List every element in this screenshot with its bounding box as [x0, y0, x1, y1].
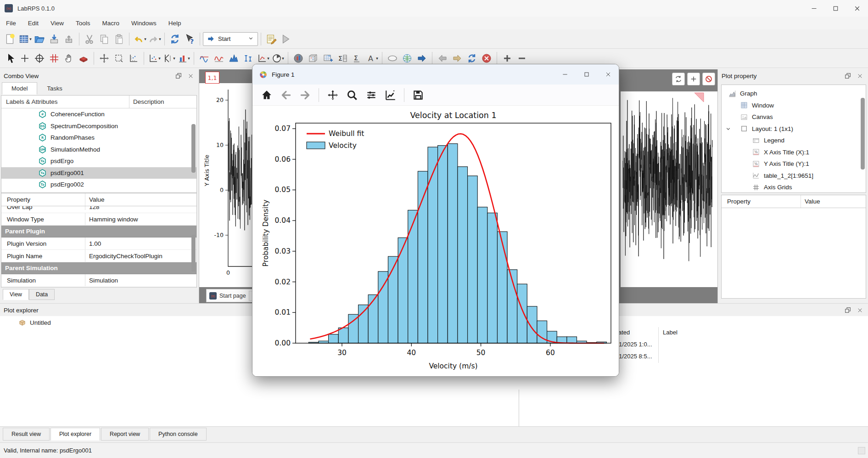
cut-button[interactable] — [82, 31, 97, 47]
fig-back-button[interactable] — [278, 87, 293, 102]
figure-window[interactable]: Figure 1 0.000.010.020.030.040.050.060.0… — [252, 64, 619, 377]
property-value[interactable]: Hamming window — [85, 213, 196, 225]
maximize-button[interactable] — [576, 64, 597, 85]
home-button[interactable] — [259, 87, 274, 102]
tree-item-psdErgo002[interactable]: TapsdErgo002 — [1, 179, 196, 191]
close-dock-button[interactable] — [186, 71, 195, 80]
plot-property-item-axis-grids[interactable]: Axis Grids — [722, 181, 866, 193]
figure-canvas[interactable]: 0.000.010.020.030.040.050.060.0730405060… — [252, 106, 619, 377]
macro-edit-button[interactable] — [264, 31, 279, 47]
plot-axis-button[interactable]: ▾ — [147, 51, 162, 66]
paste-button[interactable] — [112, 31, 126, 47]
property-row[interactable]: Plugin NameErgodicityCheckToolPlugin — [1, 250, 196, 262]
zoom-mag-button[interactable] — [344, 87, 359, 102]
tab-view[interactable]: View — [3, 289, 29, 300]
plot-wave-button[interactable] — [197, 51, 212, 66]
menu-file[interactable]: File — [0, 17, 22, 29]
menu-help[interactable]: Help — [162, 17, 187, 29]
minimize-button[interactable] — [554, 64, 576, 85]
no-entry-button[interactable] — [702, 73, 715, 85]
hand-button[interactable] — [62, 51, 76, 66]
close-dock-button[interactable] — [855, 305, 864, 315]
print-button[interactable] — [62, 31, 76, 47]
tree-scrollbar[interactable] — [191, 124, 196, 173]
property-group-parent-plugin[interactable]: Parent Plugin — [1, 226, 196, 237]
bottom-tab-result-view[interactable]: Result view — [3, 428, 50, 441]
property-row[interactable]: Plugin Version1.00 — [1, 237, 196, 250]
property-value[interactable]: Simulation — [85, 274, 196, 286]
plus-button[interactable] — [17, 51, 32, 66]
menu-windows[interactable]: Windows — [125, 17, 162, 29]
plot-property-item-layout-1-1x1-[interactable]: Layout: 1 (1x1) — [722, 123, 866, 135]
property-row[interactable]: Over Lap128 — [1, 206, 196, 213]
minimize-button[interactable] — [803, 0, 825, 17]
resize-grip[interactable] — [858, 447, 865, 454]
property-table-scrollbar[interactable] — [191, 235, 196, 271]
move4-button[interactable] — [97, 51, 112, 66]
whatsthis-button[interactable]: ? — [182, 31, 197, 47]
save2-button[interactable] — [410, 87, 426, 102]
cursor-button[interactable] — [3, 51, 17, 66]
close-button[interactable] — [846, 0, 868, 17]
maximize-button[interactable] — [825, 0, 846, 17]
tab-model[interactable]: Model — [2, 82, 37, 95]
sync-button[interactable] — [672, 73, 685, 85]
box3d-button[interactable] — [76, 51, 91, 66]
background-plot-left[interactable]: 20100-100Y Axis Title — [199, 83, 252, 287]
property-value[interactable]: 1.00 — [85, 237, 196, 249]
copy-button[interactable] — [97, 31, 112, 47]
sliders-button[interactable] — [364, 87, 379, 102]
figure-titlebar[interactable]: Figure 1 — [252, 64, 619, 85]
axes-cross-button[interactable] — [47, 51, 62, 66]
plot-property-item-window[interactable]: Window — [722, 100, 866, 112]
menu-macro[interactable]: Macro — [96, 17, 126, 29]
tree-item-RandomPhases[interactable]: RRandomPhases — [1, 132, 196, 144]
plot-errbar-button[interactable] — [241, 51, 256, 66]
tree-item-psdErgo001[interactable]: TapsdErgo001 — [1, 167, 196, 179]
plot-property-item-graph[interactable]: Graph — [722, 88, 866, 100]
property-row[interactable]: Window TypeHamming window — [1, 213, 196, 226]
fig-fwd-button[interactable] — [297, 87, 313, 102]
start-page-tab[interactable]: (π) Start page — [206, 289, 259, 302]
close-button[interactable] — [597, 64, 619, 85]
menu-edit[interactable]: Edit — [22, 17, 45, 29]
chart-corner-button[interactable] — [126, 51, 141, 66]
tree-item-CoherenceFunction[interactable]: #CoherenceFunction — [1, 108, 196, 120]
plot-property-scrollbar[interactable] — [861, 98, 865, 170]
property-row[interactable]: SimulationSimulation — [1, 274, 196, 287]
plot-property-item-canvas[interactable]: Canvas — [722, 111, 866, 123]
plot-peaks-button[interactable] — [226, 51, 241, 66]
property-value[interactable]: 128 — [85, 206, 196, 210]
table-grid-button[interactable]: ▾ — [17, 31, 32, 47]
property-group-parent-simulation[interactable]: Parent Simulation — [1, 262, 196, 274]
plot-property-item-table-1-2-1-9651-[interactable]: table_1_2[1:9651] — [722, 170, 866, 182]
circle-cross-button[interactable] — [32, 51, 47, 66]
refresh-button[interactable] — [168, 31, 182, 47]
plot-k-button[interactable]: ▾ — [162, 51, 176, 66]
plus-btn-button[interactable] — [687, 73, 700, 85]
plot-property-item-x-axis-title-x-1[interactable]: ½X Axis Title (X):1 — [722, 147, 866, 158]
plot-property-item-y-axis-title-y-1[interactable]: ½Y Axis Title (Y):1 — [722, 158, 866, 170]
float-dock-button[interactable] — [174, 71, 183, 80]
tree-item-psdErgo[interactable]: TapsdErgo — [1, 155, 196, 167]
plot-bars-button[interactable]: ▾ — [176, 51, 191, 66]
chevron-down-icon[interactable] — [725, 126, 731, 132]
close-dock-button[interactable] — [855, 71, 864, 80]
background-plot-right[interactable] — [621, 91, 717, 287]
undo-button[interactable]: ▾ — [132, 31, 147, 47]
file-new-button[interactable] — [3, 31, 17, 47]
pan-button[interactable] — [325, 87, 340, 102]
tab-tasks[interactable]: Tasks — [37, 82, 72, 95]
plot-property-item-legend[interactable]: Legend — [722, 135, 866, 147]
chartcfg-button[interactable] — [383, 87, 398, 102]
menu-view[interactable]: View — [45, 17, 70, 29]
property-value[interactable]: ErgodicityCheckToolPlugin — [85, 250, 196, 262]
float-dock-button[interactable] — [843, 305, 852, 315]
tree-item-SimulationMethod[interactable]: SMSimulationMethod — [1, 144, 196, 156]
bottom-tab-python-console[interactable]: Python console — [150, 428, 206, 441]
float-dock-button[interactable] — [843, 71, 852, 80]
folder-open-button[interactable] — [32, 31, 47, 47]
save-button[interactable] — [47, 31, 62, 47]
macro-exec-button[interactable] — [279, 31, 293, 47]
tree-item-SpectrumDecomposition[interactable]: DSSpectrumDecomposition — [1, 120, 196, 132]
